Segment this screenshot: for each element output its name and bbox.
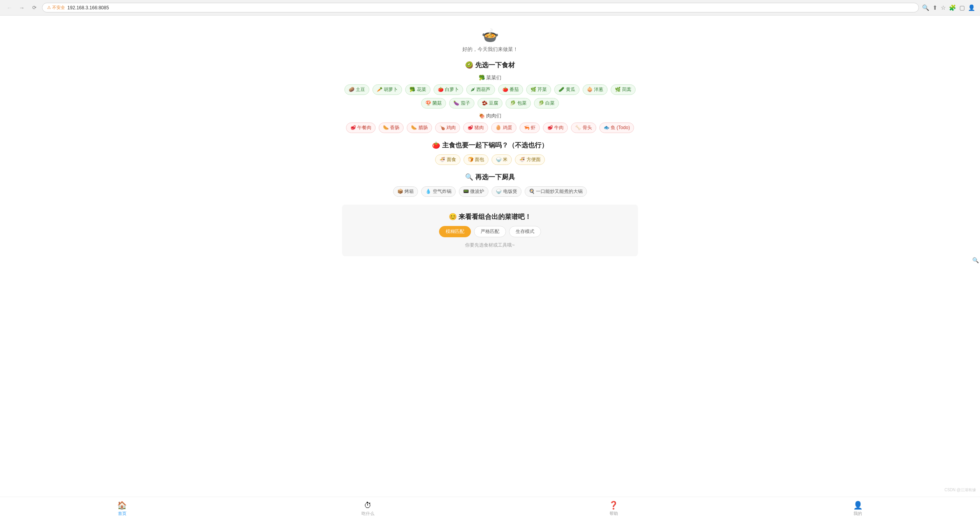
nav-icon: 👤 [853, 501, 863, 510]
nav-item-帮助[interactable]: ❓帮助 [601, 498, 626, 519]
veggie-tag[interactable]: 🌿 芹菜 [526, 84, 551, 95]
meat-tag[interactable]: 🍗 鸡肉 [435, 123, 460, 133]
meat-tag[interactable]: 🌭 香肠 [379, 123, 404, 133]
staple-tag[interactable]: 🍜 面食 [435, 154, 460, 165]
app-subtitle: 好的，今天我们来做菜！ [462, 46, 518, 53]
ingredients-title: 🥝 先选一下食材 [342, 61, 638, 70]
tools-title: 🔍 再选一下厨具 [342, 173, 638, 182]
staple-section: 🍅 主食也要一起下锅吗？（不选也行） 🍜 面食🍞 面包🍚 米🍜 方便面 [342, 141, 638, 165]
nav-item-首页[interactable]: 🏠首页 [109, 498, 135, 519]
meat-tag[interactable]: 🥩 午餐肉 [346, 123, 376, 133]
veggies-label: 🥦 菜菜们 [342, 74, 638, 81]
veggie-tag[interactable]: 🥕 胡萝卜 [372, 84, 402, 95]
watermark: CSDN @江湖有缘 [945, 487, 976, 493]
nav-icon: ⏱ [364, 501, 372, 510]
staple-tags-row: 🍜 面食🍞 面包🍚 米🍜 方便面 [342, 154, 638, 165]
veggie-tag[interactable]: 🍅 番茄 [498, 84, 523, 95]
nav-label: 首页 [118, 511, 126, 516]
veggie-tag[interactable]: 🥬 包菜 [506, 98, 530, 109]
bottom-nav: 🏠首页⏱吃什么❓帮助👤我的 [0, 497, 980, 520]
tools-tags-row: 📦 烤箱💧 空气炸锅📟 微波炉🍚 电饭煲🍳 一口能炒又能煮的大锅 [342, 186, 638, 197]
main-content: 🍲 好的，今天我们来做菜！ 🥝 先选一下食材 🥦 菜菜们 🥔 土豆🥕 胡萝卜🥦 … [0, 16, 980, 520]
pot-icon: 🍲 [481, 27, 499, 44]
veggies-tags-row: 🥔 土豆🥕 胡萝卜🥦 花菜🍅 白萝卜🌶 西葫芦🍅 番茄🌿 芹菜🥒 黄瓜🧅 洋葱🌿… [342, 84, 638, 109]
veggie-tag[interactable]: 🫘 豆腐 [478, 98, 502, 109]
search-browser-icon[interactable]: 🔍 [922, 4, 929, 11]
staple-title: 🍅 主食也要一起下锅吗？（不选也行） [342, 141, 638, 150]
meat-tag[interactable]: 🥩 牛肉 [543, 123, 568, 133]
url-text: 192.168.3.166:8085 [67, 5, 109, 11]
forward-button[interactable]: → [17, 3, 26, 12]
tool-tag[interactable]: 🍳 一口能炒又能煮的大锅 [525, 186, 587, 197]
recipe-mode-button[interactable]: 严格匹配 [474, 226, 506, 237]
recipe-section: 😊 来看看组合出的菜谱吧！ 模糊匹配严格匹配生存模式 你要先选食材或工具哦~ [342, 205, 638, 256]
nav-label: 吃什么 [362, 511, 374, 516]
browser-chrome: ← → ⟳ ⚠ 不安全 192.168.3.166:8085 🔍 ⬆ ☆ 🧩 ▢… [0, 0, 980, 16]
meat-tag[interactable]: 🦴 骨头 [571, 123, 596, 133]
meat-tag[interactable]: 🦐 虾 [520, 123, 540, 133]
veggie-tag[interactable]: 🌿 茼蒿 [611, 84, 636, 95]
recipe-mode-button[interactable]: 生存模式 [509, 226, 541, 237]
veggie-tag[interactable]: 🍄 菌菇 [421, 98, 446, 109]
meat-tag[interactable]: 🌭 腊肠 [407, 123, 432, 133]
nav-item-我的[interactable]: 👤我的 [845, 498, 871, 519]
ingredients-section: 🥝 先选一下食材 🥦 菜菜们 🥔 土豆🥕 胡萝卜🥦 花菜🍅 白萝卜🌶 西葫芦🍅 … [342, 61, 638, 133]
recipe-hint: 你要先选食材或工具哦~ [350, 242, 630, 249]
url-bar[interactable]: ⚠ 不安全 192.168.3.166:8085 [42, 3, 919, 12]
staple-tag[interactable]: 🍞 面包 [464, 154, 488, 165]
tool-tag[interactable]: 🍚 电饭煲 [492, 186, 521, 197]
star-icon[interactable]: ☆ [941, 4, 946, 11]
meat-tag[interactable]: 🥚 鸡蛋 [491, 123, 516, 133]
tool-tag[interactable]: 📦 烤箱 [393, 186, 418, 197]
tool-tag[interactable]: 📟 微波炉 [459, 186, 488, 197]
app-container: 🍲 好的，今天我们来做菜！ 🥝 先选一下食材 🥦 菜菜们 🥔 土豆🥕 胡萝卜🥦 … [334, 16, 646, 264]
meats-tags-row: 🥩 午餐肉🌭 香肠🌭 腊肠🍗 鸡肉🥩 猪肉🥚 鸡蛋🦐 虾🥩 牛肉🦴 骨头🐟 鱼 … [342, 123, 638, 133]
veggie-tag[interactable]: 🌶 西葫芦 [466, 84, 495, 95]
veggie-tag[interactable]: 🥬 白菜 [534, 98, 559, 109]
nav-label: 我的 [854, 511, 862, 516]
nav-item-吃什么[interactable]: ⏱吃什么 [354, 499, 382, 519]
nav-label: 帮助 [609, 511, 618, 516]
veggie-tag[interactable]: 🥦 花菜 [405, 84, 430, 95]
reload-button[interactable]: ⟳ [30, 3, 39, 12]
staple-tag[interactable]: 🍚 米 [492, 154, 512, 165]
app-header: 🍲 好的，今天我们来做菜！ [342, 27, 638, 53]
profile-icon[interactable]: 👤 [968, 4, 975, 11]
veggie-tag[interactable]: 🥒 黄瓜 [554, 84, 579, 95]
veggie-tag[interactable]: 🧅 洋葱 [583, 84, 608, 95]
recipe-title: 😊 来看看组合出的菜谱吧！ [350, 212, 630, 221]
nav-icon: ❓ [609, 501, 618, 510]
veggie-tag[interactable]: 🍆 茄子 [449, 98, 474, 109]
meats-label: 🍖 肉肉们 [342, 112, 638, 119]
recipe-modes: 模糊匹配严格匹配生存模式 [350, 226, 630, 237]
security-warning: ⚠ 不安全 [47, 5, 65, 11]
nav-icon: 🏠 [117, 501, 127, 510]
window-icon[interactable]: ▢ [959, 4, 965, 11]
right-search-icon[interactable]: 🔍 [971, 256, 980, 265]
meat-tag[interactable]: 🥩 猪肉 [463, 123, 488, 133]
back-button[interactable]: ← [5, 3, 14, 12]
share-icon[interactable]: ⬆ [933, 4, 938, 11]
extension-icon[interactable]: 🧩 [949, 4, 956, 11]
veggie-tag[interactable]: 🥔 土豆 [344, 84, 369, 95]
veggie-tag[interactable]: 🍅 白萝卜 [434, 84, 463, 95]
tools-section: 🔍 再选一下厨具 📦 烤箱💧 空气炸锅📟 微波炉🍚 电饭煲🍳 一口能炒又能煮的大… [342, 173, 638, 197]
browser-icons: 🔍 ⬆ ☆ 🧩 ▢ 👤 [922, 4, 975, 11]
tool-tag[interactable]: 💧 空气炸锅 [421, 186, 455, 197]
staple-tag[interactable]: 🍜 方便面 [515, 154, 544, 165]
meat-tag[interactable]: 🐟 鱼 (Todo) [599, 123, 634, 133]
recipe-mode-button[interactable]: 模糊匹配 [439, 226, 471, 237]
